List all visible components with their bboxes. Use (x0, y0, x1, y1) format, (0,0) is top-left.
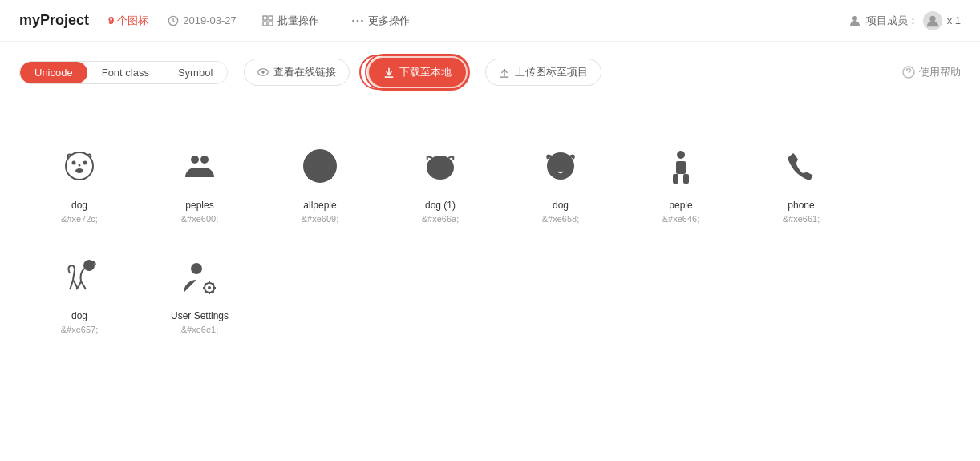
tab-symbol[interactable]: Symbol (164, 62, 227, 83)
svg-point-17 (908, 75, 909, 75)
icon-name: dog (1) (425, 200, 456, 211)
person-standing-icon (662, 147, 700, 185)
svg-rect-1 (263, 16, 267, 20)
view-link-label: 查看在线链接 (273, 65, 336, 79)
dog-sitting-icon (60, 257, 99, 296)
members-count: x 1 (947, 14, 961, 26)
svg-point-9 (929, 15, 935, 21)
eye-icon (257, 67, 269, 78)
svg-line-49 (213, 283, 213, 284)
download-highlight-box: 下载至本地 (359, 55, 469, 90)
phone-icon (782, 147, 820, 185)
svg-line-48 (213, 291, 213, 292)
tab-unicode[interactable]: Unicode (20, 62, 87, 83)
action-bar: Unicode Font class Symbol 查看在线链接 下载至本地 上… (0, 42, 980, 103)
icon-name: dog (71, 310, 87, 321)
batch-ops-icon (262, 15, 273, 26)
svg-line-50 (205, 291, 205, 292)
list-item[interactable]: phone &#xe661; (741, 129, 861, 240)
svg-point-35 (677, 151, 685, 159)
avatar (923, 11, 942, 30)
icon-code: &#xe72c; (61, 214, 98, 224)
svg-point-21 (75, 168, 83, 173)
batch-ops-button[interactable]: 批量操作 (256, 10, 326, 31)
svg-point-8 (852, 16, 857, 21)
list-item[interactable]: dog (1) &#xe66a; (380, 129, 500, 240)
svg-point-26 (315, 156, 325, 166)
icon-name: dog (553, 200, 569, 211)
svg-point-29 (443, 163, 447, 167)
icon-name: peples (185, 200, 213, 211)
icon-grid: dog &#xe72c; peples &#xe600; allpeple &#… (0, 103, 980, 350)
icon-symbol-phone (777, 142, 825, 190)
svg-point-28 (434, 163, 438, 167)
icon-name: User Settings (171, 310, 229, 321)
icon-symbol-peples (176, 142, 224, 190)
members-label: 项目成员： (866, 14, 918, 28)
help-icon (902, 66, 915, 79)
list-item[interactable]: User Settings &#xe6e1; (140, 240, 260, 350)
svg-point-23 (191, 156, 199, 164)
avatar-icon (925, 14, 940, 28)
icon-count-number: 9 (108, 14, 114, 26)
svg-point-7 (361, 19, 363, 22)
icon-name: phone (788, 200, 814, 211)
members-icon (848, 14, 861, 27)
svg-rect-2 (269, 16, 273, 20)
icon-code: &#xe66a; (422, 214, 459, 224)
svg-point-22 (79, 164, 81, 167)
icon-symbol-allpeple (296, 142, 344, 190)
icon-name: dog (71, 200, 87, 211)
list-item[interactable]: dog &#xe658; (500, 129, 621, 240)
help-label: 使用帮助 (919, 65, 961, 79)
upload-icon (499, 67, 510, 78)
svg-point-42 (208, 286, 211, 289)
dog-face-icon (60, 147, 99, 185)
help-button[interactable]: 使用帮助 (902, 65, 961, 79)
more-ops-label: 更多操作 (368, 14, 410, 28)
svg-point-11 (262, 71, 265, 74)
icon-symbol-dog3 (537, 142, 585, 190)
list-item[interactable]: dog &#xe72c; (19, 129, 140, 240)
members-section: 项目成员： x 1 (848, 11, 961, 30)
icon-symbol-peple (657, 142, 705, 190)
date-meta: 2019-03-27 (168, 14, 237, 26)
icon-name: peple (669, 200, 692, 211)
list-item[interactable]: peple &#xe646; (621, 129, 741, 240)
list-item[interactable]: peples &#xe600; (140, 129, 260, 240)
svg-point-32 (554, 162, 558, 166)
svg-rect-37 (673, 174, 678, 184)
svg-point-27 (427, 156, 453, 179)
icon-code: &#xe609; (302, 214, 338, 224)
icon-symbol-dog-sitting (55, 253, 103, 301)
list-item[interactable]: dog &#xe657; (19, 240, 140, 350)
svg-line-47 (205, 283, 205, 284)
icon-code: &#xe6e1; (181, 325, 218, 334)
view-link-button[interactable]: 查看在线链接 (244, 59, 350, 86)
upload-button[interactable]: 上传图标至项目 (485, 59, 601, 86)
icon-count: 9 个图标 (108, 14, 148, 28)
tab-fontclass[interactable]: Font class (87, 62, 164, 83)
clock-icon (168, 15, 179, 26)
icon-symbol-user-settings (176, 253, 224, 301)
icon-symbol-dog1 (416, 142, 464, 190)
download-button[interactable]: 下载至本地 (369, 58, 466, 87)
svg-point-5 (352, 19, 354, 22)
icon-name: allpeple (303, 200, 336, 211)
svg-point-20 (83, 161, 87, 165)
ellipsis-icon (351, 14, 364, 27)
dog-face-2-icon (421, 147, 460, 185)
dog-face-3-icon (541, 147, 580, 185)
svg-point-33 (564, 162, 568, 166)
icon-count-label: 个图标 (117, 14, 148, 28)
icon-code: &#xe658; (542, 214, 579, 224)
svg-rect-4 (269, 22, 273, 26)
list-item[interactable]: allpeple &#xe609; (260, 129, 380, 240)
svg-point-19 (72, 161, 76, 165)
header: myProject 9 个图标 2019-03-27 批量操作 更多操作 项目 (0, 0, 980, 42)
batch-ops-label: 批量操作 (277, 14, 319, 28)
svg-point-6 (356, 19, 358, 22)
more-ops-button[interactable]: 更多操作 (345, 10, 416, 31)
svg-rect-38 (683, 174, 689, 184)
date-value: 2019-03-27 (183, 14, 237, 26)
